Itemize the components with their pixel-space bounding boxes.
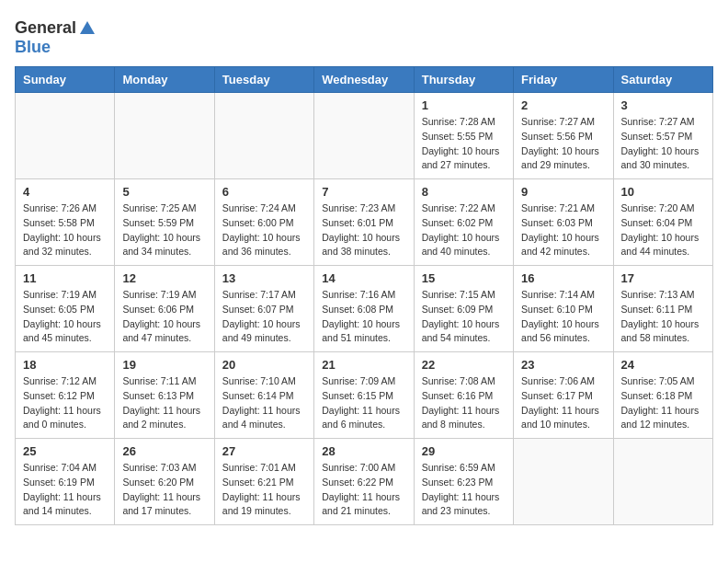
weekday-header-wednesday: Wednesday (314, 67, 414, 93)
calendar-cell: 18Sunrise: 7:12 AM Sunset: 6:12 PM Dayli… (16, 352, 115, 439)
calendar-cell: 1Sunrise: 7:28 AM Sunset: 5:55 PM Daylig… (414, 93, 513, 179)
calendar-cell: 2Sunrise: 7:27 AM Sunset: 5:56 PM Daylig… (514, 93, 613, 179)
calendar-table: SundayMondayTuesdayWednesdayThursdayFrid… (15, 66, 713, 525)
calendar-week-1: 1Sunrise: 7:28 AM Sunset: 5:55 PM Daylig… (16, 93, 713, 179)
day-info: Sunrise: 7:09 AM Sunset: 6:15 PM Dayligh… (322, 374, 405, 432)
day-number: 3 (621, 98, 705, 112)
day-info: Sunrise: 6:59 AM Sunset: 6:23 PM Dayligh… (422, 461, 506, 519)
calendar-cell: 21Sunrise: 7:09 AM Sunset: 6:15 PM Dayli… (314, 352, 414, 439)
day-info: Sunrise: 7:22 AM Sunset: 6:02 PM Dayligh… (422, 201, 506, 259)
calendar-cell: 5Sunrise: 7:25 AM Sunset: 5:59 PM Daylig… (115, 179, 214, 266)
day-info: Sunrise: 7:27 AM Sunset: 5:56 PM Dayligh… (521, 115, 605, 173)
calendar-week-4: 18Sunrise: 7:12 AM Sunset: 6:12 PM Dayli… (16, 352, 713, 439)
calendar-cell: 11Sunrise: 7:19 AM Sunset: 6:05 PM Dayli… (16, 266, 115, 352)
logo-icon (78, 19, 97, 38)
day-number: 29 (422, 444, 506, 458)
calendar-cell: 25Sunrise: 7:04 AM Sunset: 6:19 PM Dayli… (16, 439, 115, 525)
calendar-cell (314, 93, 414, 179)
day-info: Sunrise: 7:19 AM Sunset: 6:06 PM Dayligh… (122, 288, 206, 346)
calendar-week-2: 4Sunrise: 7:26 AM Sunset: 5:58 PM Daylig… (16, 179, 713, 266)
calendar-cell: 8Sunrise: 7:22 AM Sunset: 6:02 PM Daylig… (414, 179, 513, 266)
day-number: 12 (122, 271, 206, 285)
calendar-cell (214, 93, 313, 179)
logo-general-text: General (15, 18, 76, 38)
day-info: Sunrise: 7:14 AM Sunset: 6:10 PM Dayligh… (521, 288, 605, 346)
day-number: 11 (23, 271, 107, 285)
calendar-cell: 23Sunrise: 7:06 AM Sunset: 6:17 PM Dayli… (514, 352, 613, 439)
calendar-cell (613, 439, 712, 525)
day-number: 21 (322, 358, 405, 372)
day-number: 9 (521, 185, 605, 199)
calendar-cell: 19Sunrise: 7:11 AM Sunset: 6:13 PM Dayli… (115, 352, 214, 439)
day-number: 19 (122, 358, 206, 372)
weekday-header-tuesday: Tuesday (214, 67, 313, 93)
weekday-header-saturday: Saturday (613, 67, 712, 93)
day-number: 8 (422, 185, 506, 199)
day-number: 2 (521, 98, 605, 112)
day-info: Sunrise: 7:13 AM Sunset: 6:11 PM Dayligh… (621, 288, 705, 346)
day-info: Sunrise: 7:16 AM Sunset: 6:08 PM Dayligh… (322, 288, 405, 346)
day-info: Sunrise: 7:11 AM Sunset: 6:13 PM Dayligh… (122, 374, 206, 432)
calendar-cell: 15Sunrise: 7:15 AM Sunset: 6:09 PM Dayli… (414, 266, 513, 352)
weekday-header-thursday: Thursday (414, 67, 513, 93)
day-info: Sunrise: 7:27 AM Sunset: 5:57 PM Dayligh… (621, 115, 705, 173)
calendar-cell: 22Sunrise: 7:08 AM Sunset: 6:16 PM Dayli… (414, 352, 513, 439)
day-info: Sunrise: 7:03 AM Sunset: 6:20 PM Dayligh… (122, 461, 206, 519)
calendar-cell: 3Sunrise: 7:27 AM Sunset: 5:57 PM Daylig… (613, 93, 712, 179)
day-info: Sunrise: 7:04 AM Sunset: 6:19 PM Dayligh… (23, 461, 107, 519)
day-info: Sunrise: 7:06 AM Sunset: 6:17 PM Dayligh… (521, 374, 605, 432)
day-number: 17 (621, 271, 705, 285)
calendar-cell (16, 93, 115, 179)
calendar-cell: 24Sunrise: 7:05 AM Sunset: 6:18 PM Dayli… (613, 352, 712, 439)
day-info: Sunrise: 7:15 AM Sunset: 6:09 PM Dayligh… (422, 288, 506, 346)
day-number: 6 (222, 185, 306, 199)
day-info: Sunrise: 7:08 AM Sunset: 6:16 PM Dayligh… (422, 374, 506, 432)
calendar-cell: 27Sunrise: 7:01 AM Sunset: 6:21 PM Dayli… (214, 439, 313, 525)
day-info: Sunrise: 7:10 AM Sunset: 6:14 PM Dayligh… (222, 374, 306, 432)
calendar-cell: 10Sunrise: 7:20 AM Sunset: 6:04 PM Dayli… (613, 179, 712, 266)
day-number: 1 (422, 98, 506, 112)
day-info: Sunrise: 7:00 AM Sunset: 6:22 PM Dayligh… (322, 461, 405, 519)
header: General Blue (15, 15, 713, 57)
day-info: Sunrise: 7:26 AM Sunset: 5:58 PM Dayligh… (23, 201, 107, 259)
calendar-cell: 29Sunrise: 6:59 AM Sunset: 6:23 PM Dayli… (414, 439, 513, 525)
day-number: 7 (322, 185, 405, 199)
calendar-cell (115, 93, 214, 179)
day-number: 4 (23, 185, 107, 199)
calendar-cell: 9Sunrise: 7:21 AM Sunset: 6:03 PM Daylig… (514, 179, 613, 266)
day-info: Sunrise: 7:28 AM Sunset: 5:55 PM Dayligh… (422, 115, 506, 173)
weekday-header-friday: Friday (514, 67, 613, 93)
day-number: 18 (23, 358, 107, 372)
weekday-header-monday: Monday (115, 67, 214, 93)
logo: General Blue (15, 18, 97, 57)
day-number: 10 (621, 185, 705, 199)
day-number: 22 (422, 358, 506, 372)
day-number: 14 (322, 271, 405, 285)
logo-blue-text: Blue (15, 38, 51, 56)
calendar-cell: 26Sunrise: 7:03 AM Sunset: 6:20 PM Dayli… (115, 439, 214, 525)
day-number: 20 (222, 358, 306, 372)
day-info: Sunrise: 7:20 AM Sunset: 6:04 PM Dayligh… (621, 201, 705, 259)
day-info: Sunrise: 7:23 AM Sunset: 6:01 PM Dayligh… (322, 201, 405, 259)
day-number: 25 (23, 444, 107, 458)
calendar-cell: 7Sunrise: 7:23 AM Sunset: 6:01 PM Daylig… (314, 179, 414, 266)
calendar-week-5: 25Sunrise: 7:04 AM Sunset: 6:19 PM Dayli… (16, 439, 713, 525)
day-info: Sunrise: 7:05 AM Sunset: 6:18 PM Dayligh… (621, 374, 705, 432)
day-info: Sunrise: 7:01 AM Sunset: 6:21 PM Dayligh… (222, 461, 306, 519)
day-number: 27 (222, 444, 306, 458)
day-number: 23 (521, 358, 605, 372)
weekday-header-row: SundayMondayTuesdayWednesdayThursdayFrid… (16, 67, 713, 93)
calendar-cell: 20Sunrise: 7:10 AM Sunset: 6:14 PM Dayli… (214, 352, 313, 439)
calendar-week-3: 11Sunrise: 7:19 AM Sunset: 6:05 PM Dayli… (16, 266, 713, 352)
day-number: 26 (122, 444, 206, 458)
day-number: 13 (222, 271, 306, 285)
calendar-cell: 4Sunrise: 7:26 AM Sunset: 5:58 PM Daylig… (16, 179, 115, 266)
day-info: Sunrise: 7:17 AM Sunset: 6:07 PM Dayligh… (222, 288, 306, 346)
day-number: 5 (122, 185, 206, 199)
day-number: 15 (422, 271, 506, 285)
svg-marker-0 (80, 21, 95, 34)
calendar-cell: 16Sunrise: 7:14 AM Sunset: 6:10 PM Dayli… (514, 266, 613, 352)
day-info: Sunrise: 7:12 AM Sunset: 6:12 PM Dayligh… (23, 374, 107, 432)
day-info: Sunrise: 7:24 AM Sunset: 6:00 PM Dayligh… (222, 201, 306, 259)
calendar-cell: 14Sunrise: 7:16 AM Sunset: 6:08 PM Dayli… (314, 266, 414, 352)
